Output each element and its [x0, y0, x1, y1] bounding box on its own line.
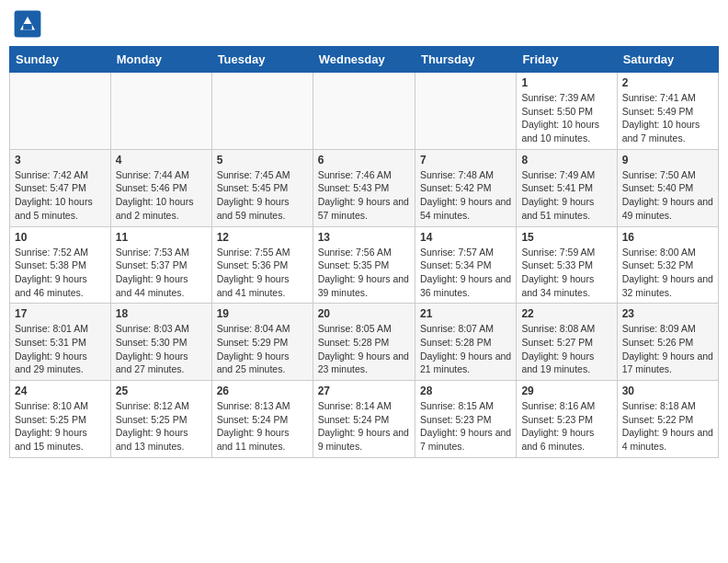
day-number: 21	[420, 307, 511, 320]
day-info: Sunrise: 7:44 AM Sunset: 5:46 PM Dayligh…	[116, 168, 207, 223]
calendar-cell: 4Sunrise: 7:44 AM Sunset: 5:46 PM Daylig…	[110, 149, 211, 226]
day-number: 28	[420, 385, 511, 397]
weekday-header-thursday: Thursday	[415, 47, 516, 73]
weekday-header-friday: Friday	[517, 47, 617, 73]
calendar-cell: 2Sunrise: 7:41 AM Sunset: 5:49 PM Daylig…	[617, 73, 718, 150]
calendar-cell	[211, 73, 313, 150]
day-info: Sunrise: 8:04 AM Sunset: 5:29 PM Dayligh…	[217, 322, 308, 376]
day-number: 30	[622, 385, 713, 397]
day-info: Sunrise: 7:49 AM Sunset: 5:41 PM Dayligh…	[521, 168, 611, 223]
day-number: 15	[521, 231, 611, 244]
day-number: 5	[217, 154, 308, 167]
day-number: 11	[116, 231, 207, 244]
calendar-cell: 30Sunrise: 8:18 AM Sunset: 5:22 PM Dayli…	[617, 381, 718, 458]
day-info: Sunrise: 7:59 AM Sunset: 5:33 PM Dayligh…	[521, 246, 611, 300]
calendar-cell: 3Sunrise: 7:42 AM Sunset: 5:47 PM Daylig…	[10, 149, 111, 226]
weekday-header-wednesday: Wednesday	[313, 47, 415, 73]
day-info: Sunrise: 8:18 AM Sunset: 5:22 PM Dayligh…	[622, 399, 713, 454]
day-number: 17	[15, 307, 106, 320]
day-number: 29	[521, 385, 611, 397]
day-number: 24	[15, 385, 106, 397]
day-number: 13	[318, 231, 410, 244]
day-info: Sunrise: 8:03 AM Sunset: 5:30 PM Dayligh…	[116, 322, 207, 376]
day-info: Sunrise: 7:45 AM Sunset: 5:45 PM Dayligh…	[217, 168, 308, 223]
day-number: 12	[217, 231, 308, 244]
calendar-cell: 18Sunrise: 8:03 AM Sunset: 5:30 PM Dayli…	[110, 304, 211, 381]
day-info: Sunrise: 7:41 AM Sunset: 5:49 PM Dayligh…	[622, 91, 713, 145]
calendar-cell: 27Sunrise: 8:14 AM Sunset: 5:24 PM Dayli…	[313, 381, 415, 458]
day-number: 2	[622, 76, 713, 89]
weekday-header-tuesday: Tuesday	[211, 47, 313, 73]
day-number: 10	[15, 231, 106, 244]
day-number: 22	[521, 307, 611, 320]
day-info: Sunrise: 7:42 AM Sunset: 5:47 PM Dayligh…	[15, 168, 106, 223]
calendar-cell: 23Sunrise: 8:09 AM Sunset: 5:26 PM Dayli…	[617, 304, 718, 381]
calendar-cell: 19Sunrise: 8:04 AM Sunset: 5:29 PM Dayli…	[211, 304, 313, 381]
weekday-header-saturday: Saturday	[617, 47, 718, 73]
day-info: Sunrise: 7:46 AM Sunset: 5:43 PM Dayligh…	[318, 168, 410, 223]
day-number: 6	[318, 154, 410, 167]
calendar-cell: 14Sunrise: 7:57 AM Sunset: 5:34 PM Dayli…	[415, 226, 516, 304]
day-info: Sunrise: 8:16 AM Sunset: 5:23 PM Dayligh…	[521, 399, 611, 454]
day-number: 18	[116, 307, 207, 320]
weekday-header-monday: Monday	[110, 47, 211, 73]
day-number: 14	[420, 231, 511, 244]
day-number: 9	[622, 154, 713, 167]
day-info: Sunrise: 7:55 AM Sunset: 5:36 PM Dayligh…	[217, 246, 308, 300]
calendar-cell: 21Sunrise: 8:07 AM Sunset: 5:28 PM Dayli…	[415, 304, 516, 381]
day-info: Sunrise: 7:50 AM Sunset: 5:40 PM Dayligh…	[622, 168, 713, 223]
day-number: 8	[521, 154, 611, 167]
calendar-cell: 5Sunrise: 7:45 AM Sunset: 5:45 PM Daylig…	[211, 149, 313, 226]
calendar-cell: 22Sunrise: 8:08 AM Sunset: 5:27 PM Dayli…	[517, 304, 617, 381]
day-info: Sunrise: 8:14 AM Sunset: 5:24 PM Dayligh…	[318, 399, 410, 454]
page-header	[9, 9, 719, 39]
day-number: 27	[318, 385, 410, 397]
calendar-cell: 7Sunrise: 7:48 AM Sunset: 5:42 PM Daylig…	[415, 149, 516, 226]
calendar-cell	[10, 73, 111, 150]
weekday-header-sunday: Sunday	[10, 47, 111, 73]
day-info: Sunrise: 7:57 AM Sunset: 5:34 PM Dayligh…	[420, 246, 511, 300]
day-number: 23	[622, 307, 713, 320]
day-info: Sunrise: 8:09 AM Sunset: 5:26 PM Dayligh…	[622, 322, 713, 376]
calendar-cell: 1Sunrise: 7:39 AM Sunset: 5:50 PM Daylig…	[517, 73, 617, 150]
day-info: Sunrise: 7:39 AM Sunset: 5:50 PM Dayligh…	[521, 91, 611, 145]
calendar-cell: 28Sunrise: 8:15 AM Sunset: 5:23 PM Dayli…	[415, 381, 516, 458]
day-number: 4	[116, 154, 207, 167]
day-number: 7	[420, 154, 511, 167]
day-info: Sunrise: 8:13 AM Sunset: 5:24 PM Dayligh…	[217, 399, 308, 454]
calendar-cell: 11Sunrise: 7:53 AM Sunset: 5:37 PM Dayli…	[110, 226, 211, 304]
day-info: Sunrise: 7:56 AM Sunset: 5:35 PM Dayligh…	[318, 246, 410, 300]
svg-rect-2	[23, 24, 32, 29]
logo-icon	[13, 9, 42, 39]
day-info: Sunrise: 8:05 AM Sunset: 5:28 PM Dayligh…	[318, 322, 410, 376]
day-info: Sunrise: 7:52 AM Sunset: 5:38 PM Dayligh…	[15, 246, 106, 300]
calendar-cell: 13Sunrise: 7:56 AM Sunset: 5:35 PM Dayli…	[313, 226, 415, 304]
calendar-cell: 17Sunrise: 8:01 AM Sunset: 5:31 PM Dayli…	[10, 304, 111, 381]
calendar-cell: 10Sunrise: 7:52 AM Sunset: 5:38 PM Dayli…	[10, 226, 111, 304]
calendar-cell: 8Sunrise: 7:49 AM Sunset: 5:41 PM Daylig…	[517, 149, 617, 226]
calendar-cell: 16Sunrise: 8:00 AM Sunset: 5:32 PM Dayli…	[617, 226, 718, 304]
day-info: Sunrise: 8:15 AM Sunset: 5:23 PM Dayligh…	[420, 399, 511, 454]
day-info: Sunrise: 8:00 AM Sunset: 5:32 PM Dayligh…	[622, 246, 713, 300]
calendar-cell	[313, 73, 415, 150]
calendar-cell	[110, 73, 211, 150]
calendar-cell: 12Sunrise: 7:55 AM Sunset: 5:36 PM Dayli…	[211, 226, 313, 304]
day-info: Sunrise: 8:07 AM Sunset: 5:28 PM Dayligh…	[420, 322, 511, 376]
day-info: Sunrise: 8:10 AM Sunset: 5:25 PM Dayligh…	[15, 399, 106, 454]
calendar-table: SundayMondayTuesdayWednesdayThursdayFrid…	[9, 46, 719, 458]
calendar-cell: 26Sunrise: 8:13 AM Sunset: 5:24 PM Dayli…	[211, 381, 313, 458]
calendar-cell: 9Sunrise: 7:50 AM Sunset: 5:40 PM Daylig…	[617, 149, 718, 226]
day-info: Sunrise: 7:48 AM Sunset: 5:42 PM Dayligh…	[420, 168, 511, 223]
day-number: 19	[217, 307, 308, 320]
calendar-cell: 15Sunrise: 7:59 AM Sunset: 5:33 PM Dayli…	[517, 226, 617, 304]
day-number: 25	[116, 385, 207, 397]
calendar-cell: 24Sunrise: 8:10 AM Sunset: 5:25 PM Dayli…	[10, 381, 111, 458]
day-number: 20	[318, 307, 410, 320]
logo	[13, 9, 46, 39]
day-info: Sunrise: 8:12 AM Sunset: 5:25 PM Dayligh…	[116, 399, 207, 454]
day-number: 16	[622, 231, 713, 244]
calendar-cell: 20Sunrise: 8:05 AM Sunset: 5:28 PM Dayli…	[313, 304, 415, 381]
calendar-cell: 25Sunrise: 8:12 AM Sunset: 5:25 PM Dayli…	[110, 381, 211, 458]
day-info: Sunrise: 7:53 AM Sunset: 5:37 PM Dayligh…	[116, 246, 207, 300]
day-number: 26	[217, 385, 308, 397]
